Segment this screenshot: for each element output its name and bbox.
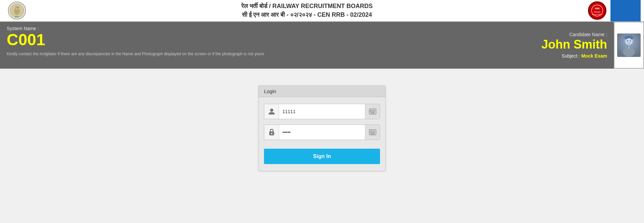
candidate-avatar-icon xyxy=(617,33,641,57)
svg-rect-35 xyxy=(373,131,374,132)
svg-rect-27 xyxy=(373,111,374,112)
svg-rect-25 xyxy=(370,111,371,112)
svg-text:INDIA: INDIA xyxy=(14,16,19,18)
svg-rect-26 xyxy=(371,111,372,112)
svg-rect-33 xyxy=(370,131,371,132)
svg-point-15 xyxy=(627,41,628,42)
emblem-right-container: RRB RAILWAY RECRUITMENT xyxy=(584,1,610,20)
login-card-body: Sign In xyxy=(259,97,385,171)
header-action-button[interactable] xyxy=(610,0,641,21)
candidate-name-value: John Smith xyxy=(537,37,607,52)
svg-text:RAILWAY: RAILWAY xyxy=(594,11,601,13)
svg-rect-24 xyxy=(374,110,375,111)
svg-rect-23 xyxy=(373,110,374,111)
username-row xyxy=(264,104,380,119)
lock-icon xyxy=(268,129,275,136)
disclaimer-text: Kindly contact the invigilator if there … xyxy=(7,52,342,56)
svg-rect-41 xyxy=(371,133,375,134)
password-keyboard-button[interactable] xyxy=(365,125,380,140)
svg-rect-38 xyxy=(371,132,372,133)
svg-point-4 xyxy=(15,7,18,10)
login-card: Login xyxy=(258,85,386,171)
svg-point-14 xyxy=(626,38,632,45)
password-row xyxy=(264,125,380,140)
svg-rect-37 xyxy=(370,132,371,133)
user-icon xyxy=(268,108,275,115)
username-input[interactable] xyxy=(279,104,365,119)
svg-rect-21 xyxy=(370,110,371,111)
info-right-section: Candidate Name : John Smith Subject : Mo… xyxy=(530,22,614,69)
emblem-left-container: भारत INDIA xyxy=(3,1,30,20)
rrb-logo-icon: RRB RAILWAY RECRUITMENT xyxy=(588,1,606,20)
candidate-name-label: Candidate Name : xyxy=(537,32,607,37)
login-title: Login xyxy=(264,88,276,94)
svg-point-16 xyxy=(630,41,631,42)
lock-icon-container xyxy=(264,125,279,140)
user-icon-container xyxy=(264,104,279,119)
subject-label: Subject : xyxy=(562,53,580,59)
password-input[interactable] xyxy=(279,125,365,140)
svg-rect-40 xyxy=(374,132,375,133)
header: भारत INDIA रेल भर्ती बोर्ड / RAILWAY REC… xyxy=(0,0,644,22)
username-keyboard-button[interactable] xyxy=(365,104,380,119)
system-name-label: System Name : xyxy=(7,26,523,31)
svg-rect-36 xyxy=(374,131,375,132)
candidate-photo-box xyxy=(614,22,644,69)
keyboard-icon-2 xyxy=(369,129,376,135)
svg-point-19 xyxy=(270,109,273,112)
svg-rect-34 xyxy=(371,131,372,132)
svg-rect-28 xyxy=(374,111,375,112)
rrb-emblem-icon: RRB RAILWAY RECRUITMENT xyxy=(589,1,606,20)
header-title: रेल भर्ती बोर्ड / RAILWAY RECRUITMENT BO… xyxy=(30,2,584,19)
keyboard-icon xyxy=(369,108,376,115)
system-code-value: C001 xyxy=(7,31,523,49)
sign-in-button[interactable]: Sign In xyxy=(264,149,380,164)
main-content: Login xyxy=(0,69,644,203)
subject-line: Subject : Mock Exam xyxy=(537,53,607,59)
svg-point-31 xyxy=(271,133,272,134)
svg-rect-29 xyxy=(371,113,375,114)
svg-text:RRB: RRB xyxy=(595,7,599,10)
svg-text:RECRUITMENT: RECRUITMENT xyxy=(592,14,602,15)
svg-rect-39 xyxy=(373,132,374,133)
ashoka-emblem-icon: भारत INDIA xyxy=(8,1,26,20)
login-card-header: Login xyxy=(259,86,385,97)
info-bar: System Name : C001 Kindly contact the in… xyxy=(0,22,644,69)
info-left-section: System Name : C001 Kindly contact the in… xyxy=(0,22,530,69)
subject-value: Mock Exam xyxy=(581,53,607,59)
svg-rect-22 xyxy=(371,110,372,111)
